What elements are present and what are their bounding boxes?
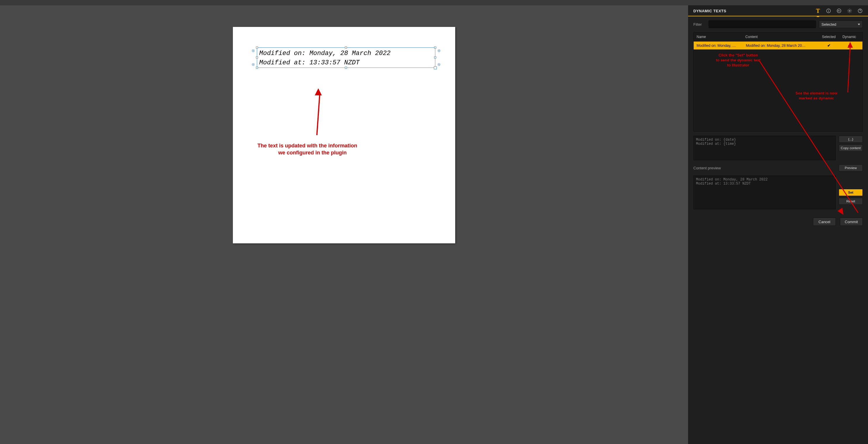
annotation-arrow-up-icon [318,94,319,135]
selection-handle[interactable] [434,57,436,59]
selection-handle[interactable] [256,57,258,59]
selection-handle[interactable] [345,46,347,49]
copy-content-button[interactable]: Copy content [839,145,863,152]
canvas-area: Modified on: Monday, 28 March 2022 Modif… [0,0,688,444]
col-header-dynamic[interactable]: Dynamic [839,35,860,39]
artboard-text-line1: Modified on: Monday, 28 March 2022 [259,50,391,57]
tab-key[interactable] [836,8,842,13]
selection-handle[interactable] [256,46,258,49]
filter-input[interactable] [709,21,816,28]
selection-handle[interactable] [256,67,258,69]
anchor-icon [438,50,440,52]
cell-name: Modified on: Monday, … [696,43,746,48]
svg-point-9 [860,12,860,12]
artboard-text[interactable]: Modified on: Monday, 28 March 2022 Modif… [259,49,391,68]
svg-rect-2 [828,10,829,12]
svg-point-1 [828,10,829,10]
cell-content: Modified on: Monday, 28 March 20… [746,43,818,48]
col-header-name[interactable]: Name [696,35,745,39]
annotation-arrow-dynamic-icon [847,44,851,92]
col-header-content[interactable]: Content [745,35,818,39]
artboard[interactable]: Modified on: Monday, 28 March 2022 Modif… [233,27,455,243]
panel-header: DYNAMIC TEXTS T [688,5,868,17]
tab-dynamic-texts[interactable]: T [815,8,820,13]
tab-info[interactable] [826,8,831,13]
artboard-text-line2: Modified at: 13:33:57 NZDT [259,59,360,66]
key-icon [836,8,842,13]
commit-button[interactable]: Commit [840,218,863,226]
annotation-click-set: Click the "Set" button to send the dynam… [716,53,760,68]
preview-button[interactable]: Preview [839,164,863,171]
cancel-button[interactable]: Cancel [813,218,836,226]
anchor-icon [438,63,440,66]
tab-settings[interactable] [847,8,852,13]
filter-scope-select[interactable]: Selected [819,21,863,28]
info-icon [826,8,831,13]
annotation-caption: The text is updated with the information… [257,142,357,157]
dynamic-texts-panel: DYNAMIC TEXTS T Filter [688,0,868,444]
svg-point-7 [849,10,850,12]
content-template-textarea[interactable]: Modified on: {date} Modified at: {time} [693,136,836,160]
chevron-down-icon [858,24,860,25]
set-button[interactable]: Set [839,189,863,196]
filter-scope-value: Selected [822,22,836,27]
tab-help[interactable] [858,8,863,13]
table-row[interactable]: Modified on: Monday, … Modified on: Mond… [694,41,863,50]
col-header-selected[interactable]: Selected [818,35,839,39]
overflow-handle[interactable] [434,66,437,69]
insert-placeholder-button[interactable]: {...} [839,136,863,143]
content-preview-label: Content preview [693,166,721,170]
anchor-icon [252,50,254,52]
help-icon [858,8,863,13]
panel-title: DYNAMIC TEXTS [693,9,726,13]
anchor-icon [252,63,254,66]
filter-label: Filter [693,22,706,27]
gear-icon [847,8,852,13]
annotation-see-dynamic: See the element is now marked as dynamic [796,91,837,101]
selection-handle[interactable] [434,46,436,49]
content-preview-box: Modified on: Monday, 28 March 2022 Modif… [693,176,836,210]
text-icon: T [816,8,820,14]
texts-table: Name Content Selected Dynamic Modified o… [693,32,863,132]
cell-selected-check-icon: ✔ [818,43,839,48]
svg-point-4 [838,10,839,11]
